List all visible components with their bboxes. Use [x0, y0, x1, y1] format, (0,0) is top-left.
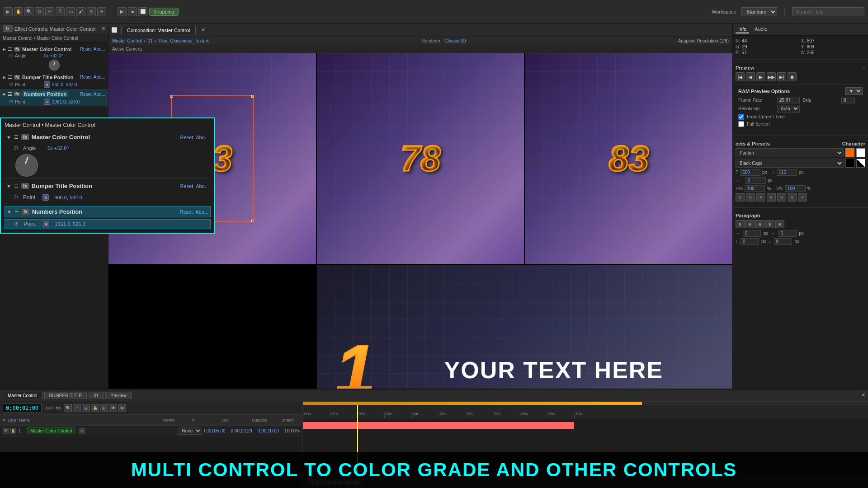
layer-1-in[interactable]: 0;00;05;00	[204, 428, 225, 433]
from-current-checkbox[interactable]	[738, 114, 744, 120]
master-color-about[interactable]: Abo...	[94, 47, 105, 52]
master-color-reset[interactable]: Reset	[80, 47, 92, 52]
effect-controls-tab[interactable]: fx	[3, 25, 13, 32]
stopwatch-icon-3[interactable]: ⏱	[9, 82, 13, 87]
stopwatch-large-2[interactable]: ⏱	[14, 195, 19, 200]
comp-tab-master[interactable]: Composition: Master Control	[121, 26, 196, 34]
lc-solo-btn[interactable]: ◎	[82, 404, 90, 412]
stopwatch-icon-4[interactable]: ⏱	[9, 99, 13, 104]
bumper-about[interactable]: Abo...	[94, 75, 105, 80]
stop-btn[interactable]: ■	[128, 7, 137, 16]
align-right-btn[interactable]: ≡	[756, 193, 765, 202]
effect-numbers-header[interactable]: ▶ ☰ fx Numbers Position Reset Abo...	[0, 90, 108, 98]
align-justify-last-btn[interactable]: ≡	[777, 193, 786, 202]
vis-lock-btn[interactable]: 🔒	[10, 428, 16, 434]
timeline-tab-master[interactable]: Master Control	[3, 392, 42, 399]
indent-right-input[interactable]	[778, 230, 797, 237]
align-left-btn[interactable]: ≡	[736, 193, 745, 202]
timeline-tab-01[interactable]: 01	[89, 392, 104, 399]
leading-input[interactable]	[777, 169, 797, 176]
para-align-right[interactable]: ≡	[755, 220, 764, 228]
stopwatch-large-3[interactable]: ⏱	[14, 221, 19, 227]
lc-search-btn[interactable]: 🔍	[64, 404, 72, 412]
prev-fwd-btn[interactable]: ▶▶	[767, 72, 776, 81]
info-tab[interactable]: Info	[736, 25, 749, 33]
visibility-icon-3[interactable]: ☰	[8, 91, 12, 97]
tracking-input[interactable]	[745, 177, 766, 184]
crumb-master[interactable]: Master Control	[112, 38, 142, 43]
numbers-point-value-large[interactable]: 1061.0, 526.0	[55, 221, 85, 227]
prev-play-btn[interactable]: ▶	[756, 72, 765, 81]
stopwatch-icon[interactable]: ⏱	[9, 54, 13, 58]
scale-h-input[interactable]	[745, 185, 765, 192]
text-tool[interactable]: T	[56, 7, 65, 16]
color-swatch-2[interactable]	[856, 148, 865, 157]
render-btn[interactable]: ⬜	[138, 7, 147, 16]
lc-guide-btn[interactable]: ⊞	[100, 404, 108, 412]
para-align-left[interactable]: ≡	[736, 220, 745, 228]
timeline-ruler[interactable]: 00s 01s 02s 03s 04s 05s 06s 07s 08s 09s …	[303, 405, 868, 418]
ram-options-select[interactable]: ▼	[845, 87, 863, 95]
effect-master-color-header[interactable]: ▶ ☰ fx Master Color Control Reset Abo...	[0, 45, 108, 53]
color-swatch-1[interactable]	[845, 148, 854, 157]
hand-tool[interactable]: ✋	[14, 7, 23, 16]
angle-value-large[interactable]: 0x +32.0°	[47, 145, 69, 151]
align-center-btn[interactable]: ≡	[746, 193, 755, 202]
layer-1-parent-select[interactable]: None	[178, 427, 202, 435]
timeline-tab-bumper[interactable]: BUMPER TITLE	[44, 392, 87, 399]
clone-tool[interactable]: ⎘	[87, 7, 96, 16]
numbers-reset[interactable]: Reset	[80, 92, 92, 97]
font-name-select[interactable]: Panton	[736, 148, 844, 157]
scale-v-input[interactable]	[785, 185, 806, 192]
time-display[interactable]: 0;00;02;00	[3, 404, 42, 413]
lc-new-layer-btn[interactable]: +	[73, 404, 81, 412]
space-before-input[interactable]	[741, 238, 759, 245]
pen-tool[interactable]: ✏	[45, 7, 54, 16]
color-swatch-bg[interactable]	[845, 159, 854, 168]
search-help-input[interactable]	[792, 7, 864, 16]
ep-title[interactable]: ects & Presets	[736, 141, 770, 146]
layer-1-out[interactable]: 0;00;09;29	[231, 428, 252, 433]
angle-knob-large[interactable]	[15, 154, 38, 177]
enlarged-numbers-reset[interactable]: Reset	[180, 209, 193, 215]
vis-tri-2[interactable]: ☰	[14, 183, 19, 189]
enlarged-bumper-about[interactable]: Abo...	[196, 183, 209, 189]
select-tool[interactable]: ▶	[4, 7, 13, 16]
workspace-select[interactable]: Standard	[741, 7, 777, 16]
playhead-indicator[interactable]	[357, 405, 358, 418]
numbers-about[interactable]: Abo...	[94, 92, 105, 97]
color-swatch-stroke[interactable]	[856, 159, 865, 168]
layer-1-name[interactable]: Master Color Control	[27, 427, 75, 434]
enlarged-master-reset[interactable]: Reset	[180, 135, 193, 140]
full-screen-checkbox[interactable]	[738, 121, 744, 127]
align-full-btn[interactable]: ≡	[798, 193, 807, 202]
enlarged-master-color-header[interactable]: ▼ ☰ fx Master Color Control Reset Abo...	[5, 132, 211, 142]
vis-tri-3[interactable]: ☰	[14, 209, 19, 215]
puppet-tool[interactable]: ✦	[97, 7, 106, 16]
vis-tri-1[interactable]: ☰	[14, 134, 19, 140]
play-btn[interactable]: ▶	[118, 7, 127, 16]
prev-first-btn[interactable]: |◀	[736, 72, 745, 81]
renderer-value[interactable]: Classic 3D	[444, 38, 466, 43]
align-justify-btn[interactable]: ≡	[767, 193, 776, 202]
close-panel-btn[interactable]: ✕	[101, 26, 105, 32]
space-after-input[interactable]	[774, 238, 792, 245]
layer-1-bar[interactable]	[303, 422, 574, 429]
brush-tool[interactable]: 🖌	[76, 7, 85, 16]
enlarged-bumper-header[interactable]: ▼ ☰ fx Bumper Title Position Reset Abo..…	[5, 181, 211, 191]
snapping-button[interactable]: Snapping	[149, 8, 179, 16]
font-style-select[interactable]: Black Caps	[736, 159, 844, 168]
prev-last-btn[interactable]: ▶|	[777, 72, 786, 81]
frame-rate-input[interactable]	[777, 97, 800, 103]
crumb-01[interactable]: 01	[148, 38, 153, 43]
zoom-tool[interactable]: 🔍	[24, 7, 33, 16]
lc-lock-btn[interactable]: 🔒	[91, 404, 99, 412]
enlarged-bumper-reset[interactable]: Reset	[180, 183, 193, 189]
prev-ram-btn[interactable]: ⏺	[788, 72, 797, 81]
prev-back-btn[interactable]: ◀	[746, 72, 755, 81]
character-title[interactable]: Character	[842, 141, 865, 146]
numbers-point-value[interactable]: 1061.0, 526.0	[52, 99, 80, 104]
font-size-input[interactable]	[740, 169, 760, 176]
align-right-last-btn[interactable]: ≡	[788, 193, 797, 202]
vis-eye-btn[interactable]: 👁	[3, 428, 9, 434]
